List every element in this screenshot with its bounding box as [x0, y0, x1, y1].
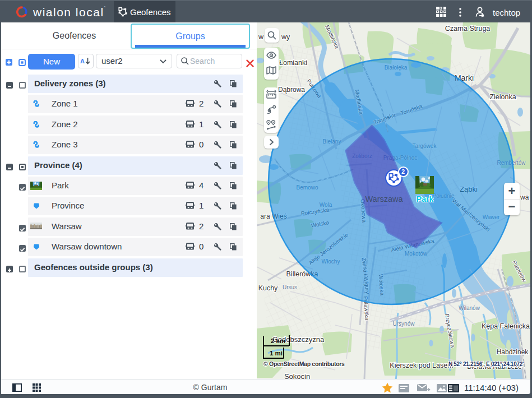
svg-text:wa C: wa C	[520, 193, 530, 201]
svg-text:N 52° 21.2156', E 021° 24.1072: N 52° 21.2156', E 021° 24.1072'	[448, 361, 524, 367]
svg-text:2 km: 2 km	[271, 337, 285, 344]
svg-text:Wilanów: Wilanów	[459, 305, 480, 311]
svg-text:Sokocin: Sokocin	[284, 372, 310, 379]
svg-text:w: w	[258, 33, 264, 41]
svg-text:Kuchy: Kuchy	[258, 284, 278, 292]
svg-text:Łomianki: Łomianki	[279, 59, 307, 67]
svg-text:Kierszek pod Lasem: Kierszek pod Lasem	[390, 362, 453, 369]
svg-text:1 mi: 1 mi	[270, 350, 283, 357]
svg-text:Dąbrowa: Dąbrowa	[278, 86, 305, 94]
svg-text:Kępa Falenicka: Kępa Falenicka	[482, 322, 530, 330]
svg-text:© OpenStreetMap contributors: © OpenStreetMap contributors	[263, 360, 345, 367]
svg-text:Zielonka: Zielonka	[489, 93, 516, 101]
svg-text:A: A	[80, 58, 85, 64]
svg-text:Czarna Struga: Czarna Struga	[445, 25, 491, 33]
svg-text:Habdzinek: Habdzinek	[497, 348, 529, 356]
svg-text:Ursus: Ursus	[283, 284, 297, 290]
svg-text:Ursynów: Ursynów	[393, 321, 415, 327]
svg-text:wy: wy	[281, 33, 290, 41]
svg-text:Warszawa: Warszawa	[365, 195, 403, 203]
